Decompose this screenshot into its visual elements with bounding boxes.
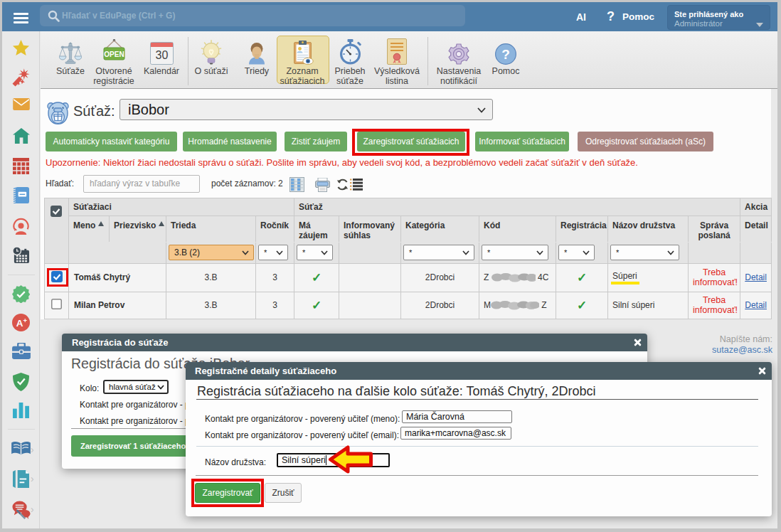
svg-text:OPEN: OPEN bbox=[104, 50, 124, 58]
svg-text:?: ? bbox=[501, 47, 510, 62]
svg-text:A: A bbox=[16, 318, 23, 329]
svg-text:30: 30 bbox=[155, 49, 168, 61]
svg-text:+: + bbox=[23, 316, 27, 324]
